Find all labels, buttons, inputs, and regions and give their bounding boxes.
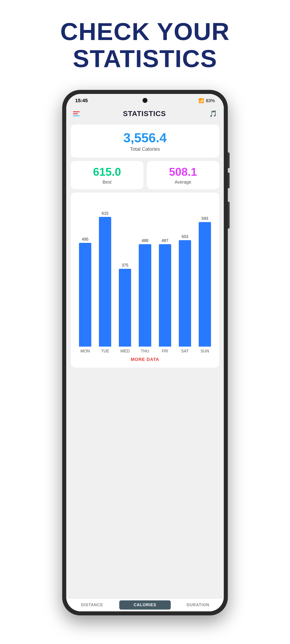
tab-duration[interactable]: DURATION	[172, 598, 224, 611]
bar-group-sat: 503	[175, 197, 195, 346]
average-label: Average	[151, 180, 215, 185]
status-time: 15:45	[75, 98, 88, 104]
phone-mockup: 15:45 📶 83% STATISTICS 🎵 3,556.4 Total C…	[62, 90, 228, 616]
x-label-tue: TUE	[95, 349, 115, 354]
x-label-mon: MON	[75, 349, 95, 354]
tab-distance[interactable]: DISTANCE	[66, 598, 118, 611]
best-label: Best	[75, 180, 139, 185]
tab-calories[interactable]: CALORIES	[119, 600, 171, 610]
bar-group-thu: 488	[135, 197, 155, 346]
bar-thu	[139, 244, 151, 346]
page-title: STATISTICS	[123, 110, 166, 118]
bar-value-fri: 487	[162, 238, 168, 243]
bars-container: 495615375488487503593	[75, 197, 215, 346]
bar-value-thu: 488	[142, 238, 148, 243]
bar-mon	[79, 243, 91, 346]
music-icon[interactable]: 🎵	[209, 110, 217, 118]
volume-down-button[interactable]	[228, 173, 230, 188]
volume-up-button[interactable]	[228, 152, 230, 168]
phone-screen: 15:45 📶 83% STATISTICS 🎵 3,556.4 Total C…	[66, 94, 224, 611]
bar-value-sun: 593	[201, 216, 208, 221]
bar-value-mon: 495	[82, 237, 89, 242]
bar-fri	[159, 244, 171, 346]
average-card: 508.1 Average	[147, 161, 219, 189]
x-label-sun: SUN	[195, 349, 215, 354]
total-calories-value: 3,556.4	[76, 130, 214, 145]
signal-icon: 📶	[198, 98, 204, 103]
average-value: 508.1	[151, 166, 215, 178]
bar-tue	[99, 217, 111, 346]
best-card: 615.0 Best	[71, 161, 143, 189]
stats-row: 615.0 Best 508.1 Average	[71, 161, 219, 189]
hero-title: CHECK YOUR STATISTICS	[60, 18, 230, 72]
more-data-row: MORE DATA	[75, 354, 215, 366]
x-label-sat: SAT	[175, 349, 195, 354]
bar-value-wed: 375	[122, 263, 128, 268]
more-data-button[interactable]: MORE DATA	[131, 357, 159, 362]
x-label-fri: FRI	[155, 349, 175, 354]
total-calories-label: Total Calories	[76, 146, 214, 152]
bottom-tabs: DISTANCE CALORIES DURATION	[66, 598, 224, 611]
bar-group-fri: 487	[155, 197, 175, 346]
menu-icon[interactable]	[73, 111, 80, 116]
chart-area: 495615375488487503593 MONTUEWEDTHUFRISAT…	[75, 197, 215, 354]
camera-dot	[143, 98, 147, 103]
bar-group-mon: 495	[75, 197, 95, 346]
x-axis-labels: MONTUEWEDTHUFRISATSUN	[75, 346, 215, 354]
best-value: 615.0	[75, 166, 139, 178]
status-icons: 📶 83%	[198, 98, 215, 103]
total-calories-card: 3,556.4 Total Calories	[71, 124, 219, 158]
bar-sun	[199, 222, 211, 346]
bar-chart-card: 495615375488487503593 MONTUEWEDTHUFRISAT…	[71, 192, 219, 368]
bar-sat	[179, 240, 191, 346]
status-bar: 15:45 📶 83%	[66, 94, 224, 107]
bar-group-wed: 375	[115, 197, 135, 346]
battery-icon: 83%	[206, 98, 215, 103]
bar-value-tue: 615	[102, 211, 109, 216]
x-label-thu: THU	[135, 349, 155, 354]
bar-value-sat: 503	[181, 234, 188, 239]
power-button[interactable]	[228, 202, 230, 228]
bar-wed	[119, 269, 131, 346]
app-content: 3,556.4 Total Calories 615.0 Best 508.1 …	[66, 122, 224, 598]
bar-group-tue: 615	[95, 197, 115, 346]
x-label-wed: WED	[115, 349, 135, 354]
bar-group-sun: 593	[195, 197, 215, 346]
app-header: STATISTICS 🎵	[66, 107, 224, 122]
